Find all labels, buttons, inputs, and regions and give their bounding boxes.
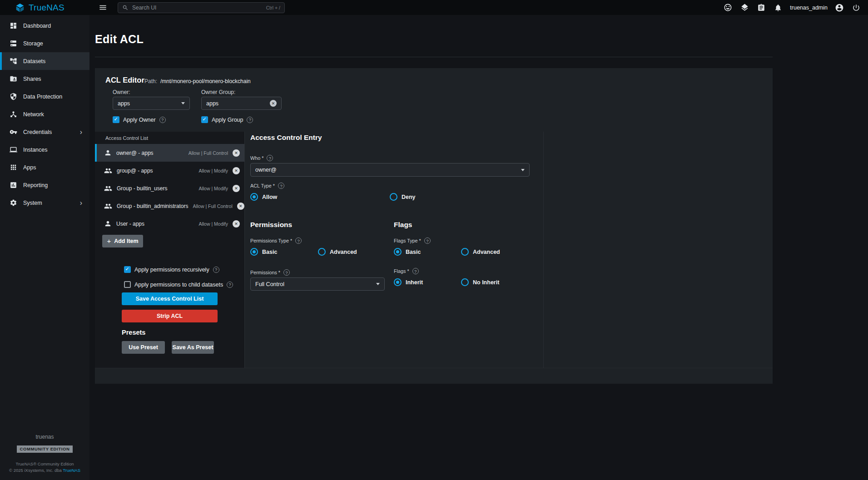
apply-child-label: Apply permissions to child datasets: [134, 282, 223, 288]
sidebar-item-label: System: [23, 200, 42, 206]
radio-button-icon: [394, 248, 402, 256]
acl-entry-row[interactable]: group@ - apps Allow | Modify: [95, 162, 244, 179]
search-input[interactable]: [132, 5, 263, 11]
power-button[interactable]: [851, 3, 861, 13]
add-item-button[interactable]: Add Item: [102, 235, 143, 247]
help-icon[interactable]: [227, 282, 233, 288]
user-avatar-icon: [835, 3, 844, 12]
chevron-right-icon: [80, 199, 82, 207]
main-content: Edit ACL ACL Editor Path: /mnt/monero-po…: [89, 15, 868, 480]
sidebar-item-label: Credentials: [23, 129, 52, 135]
sidebar-nav: Dashboard Storage Datasets Shares Data P…: [0, 15, 89, 212]
radio-no-inherit[interactable]: No Inherit: [461, 278, 499, 286]
radio-permissions-basic[interactable]: Basic: [250, 248, 277, 256]
help-icon[interactable]: [424, 238, 431, 244]
remove-entry-icon[interactable]: [237, 203, 244, 210]
radio-flags-basic[interactable]: Basic: [394, 248, 421, 256]
acl-entry-row[interactable]: owner@ - apps Allow | Full Control: [95, 144, 244, 162]
apply-recursive-checkbox[interactable]: [124, 266, 131, 273]
acl-editor-title: ACL Editor: [105, 76, 144, 84]
remove-entry-icon[interactable]: [233, 185, 240, 192]
acl-entry-row[interactable]: Group - builtin_administrators Allow | F…: [95, 197, 244, 215]
sidebar-item-shares[interactable]: Shares: [0, 70, 89, 88]
owner-group-input[interactable]: apps: [201, 97, 282, 110]
jobs-button[interactable]: [756, 3, 766, 13]
sidebar-item-datasets[interactable]: Datasets: [0, 52, 89, 70]
apply-child-checkbox[interactable]: [124, 281, 131, 288]
help-icon[interactable]: [283, 269, 290, 276]
brand[interactable]: TrueNAS: [0, 3, 89, 13]
acl-entry-row[interactable]: User - apps Allow | Modify: [95, 215, 244, 233]
chevron-down-icon: [376, 283, 380, 285]
sidebar-item-instances[interactable]: Instances: [0, 141, 89, 158]
user-menu-button[interactable]: [834, 3, 844, 13]
use-preset-button[interactable]: Use Preset: [122, 341, 165, 354]
sidebar-item-dashboard[interactable]: Dashboard: [0, 17, 89, 35]
topbar-actions: truenas_admin: [723, 3, 868, 13]
apply-group-label: Apply Group: [212, 117, 243, 123]
who-select[interactable]: owner@: [250, 163, 530, 177]
presets-title: Presets: [122, 329, 145, 336]
network-hub-icon: [10, 110, 17, 118]
permissions-label: Permissions *: [250, 270, 280, 275]
bell-icon: [774, 4, 782, 12]
flags-section-title: Flags: [394, 221, 412, 229]
sidebar-item-label: Instances: [23, 147, 48, 153]
radio-button-icon: [250, 193, 258, 201]
truenas-logo-icon: [15, 3, 25, 13]
apply-owner-checkbox[interactable]: [113, 116, 119, 123]
sidebar-item-apps[interactable]: Apps: [0, 158, 89, 176]
footer-brand-link[interactable]: TrueNAS: [63, 468, 80, 473]
footer-copyright-text: © 2025 iXsystems, Inc. dba TrueNAS: [0, 467, 89, 474]
acl-entry-list: owner@ - apps Allow | Full Control group…: [95, 144, 244, 233]
acl-entry-who: owner@ - apps: [116, 150, 154, 156]
chevron-right-icon: [80, 129, 82, 136]
radio-allow[interactable]: Allow: [250, 193, 277, 201]
permissions-type-label-row: Permissions Type *: [250, 238, 302, 244]
brand-name: TrueNAS: [29, 3, 64, 13]
strip-acl-button[interactable]: Strip ACL: [122, 310, 218, 322]
radio-button-icon: [250, 248, 258, 256]
sidebar-item-reporting[interactable]: Reporting: [0, 176, 89, 194]
acl-entry-row[interactable]: Group - builtin_users Allow | Modify: [95, 179, 244, 197]
radio-inherit[interactable]: Inherit: [394, 278, 423, 286]
apply-group-row: Apply Group: [201, 116, 253, 123]
username[interactable]: truenas_admin: [790, 5, 828, 11]
horizontal-divider: [95, 368, 773, 368]
clear-icon[interactable]: [270, 100, 277, 107]
dataset-path: Path: /mnt/monero-pool/monero-blockchain: [144, 78, 251, 84]
help-icon[interactable]: [213, 267, 219, 273]
sidebar-item-network[interactable]: Network: [0, 105, 89, 123]
sidebar-item-storage[interactable]: Storage: [0, 35, 89, 52]
help-icon[interactable]: [412, 268, 419, 274]
feedback-button[interactable]: [723, 3, 733, 13]
help-icon[interactable]: [278, 183, 284, 189]
save-as-preset-button[interactable]: Save As Preset: [172, 341, 214, 354]
help-icon[interactable]: [247, 117, 253, 123]
remove-entry-icon[interactable]: [233, 167, 240, 174]
person-icon: [104, 220, 112, 228]
menu-button[interactable]: [97, 2, 108, 13]
sidebar-item-system[interactable]: System: [0, 194, 89, 212]
radio-deny[interactable]: Deny: [390, 193, 416, 201]
permissions-select[interactable]: Full Control: [250, 277, 385, 291]
radio-permissions-advanced[interactable]: Advanced: [318, 248, 357, 256]
help-icon[interactable]: [267, 155, 273, 161]
sidebar-item-data-protection[interactable]: Data Protection: [0, 88, 89, 105]
owner-select[interactable]: apps: [113, 97, 190, 110]
theme-button[interactable]: [739, 3, 749, 13]
remove-entry-icon[interactable]: [233, 220, 240, 228]
alerts-button[interactable]: [773, 3, 783, 13]
remove-entry-icon[interactable]: [233, 149, 240, 157]
apply-group-checkbox[interactable]: [201, 116, 208, 123]
sidebar-item-credentials[interactable]: Credentials: [0, 123, 89, 141]
datasets-tree-icon: [10, 57, 17, 65]
save-acl-button[interactable]: Save Access Control List: [122, 292, 218, 305]
help-icon[interactable]: [159, 117, 166, 123]
radio-flags-advanced[interactable]: Advanced: [461, 248, 500, 256]
sidebar: Dashboard Storage Datasets Shares Data P…: [0, 15, 89, 480]
help-icon[interactable]: [295, 238, 302, 244]
radio-button-icon: [394, 278, 402, 286]
permissions-type-label: Permissions Type *: [250, 238, 292, 243]
apps-grid-icon: [10, 163, 17, 171]
